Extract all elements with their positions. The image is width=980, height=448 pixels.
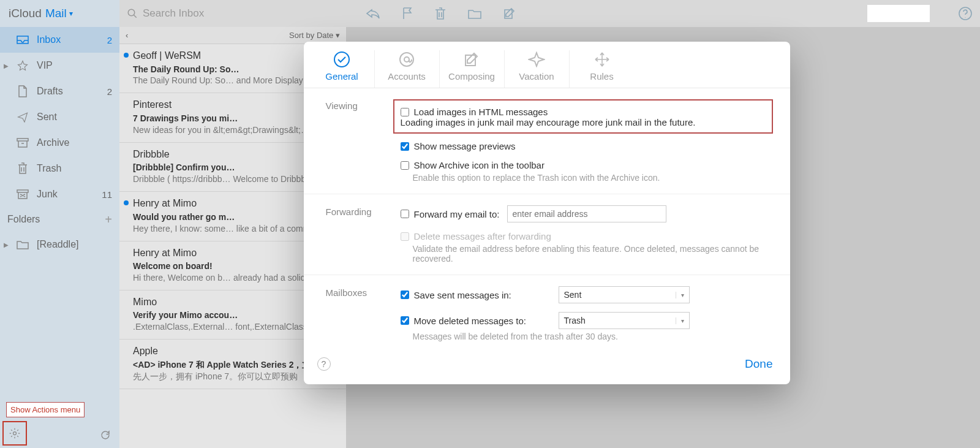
option-hint: Enable this option to replace the Trash … [413,173,773,183]
section-mailboxes: Mailboxes Save sent messages in: Sent▾ M… [304,275,790,352]
at-icon [375,50,439,69]
section-viewing: Viewing Load images in HTML messages Loa… [304,88,790,194]
option-label: Show message previews [414,141,516,151]
forward-email-input[interactable] [507,205,666,222]
select-trash-mailbox[interactable]: Trash▾ [559,312,690,329]
option-label: Load images in HTML messages [414,107,548,117]
help-icon[interactable]: ? [317,357,331,371]
checkbox-load-images[interactable] [401,108,409,116]
select-sent-mailbox[interactable]: Sent▾ [559,286,690,303]
modal-footer: ? Done [304,352,790,376]
tab-accounts[interactable]: Accounts [375,50,440,88]
option-hint: Messages will be deleted from the trash … [413,332,773,341]
preferences-modal-backdrop: General Accounts Composing Vacation Rule… [0,0,980,448]
checkbox-save-sent[interactable] [401,290,409,299]
option-label: Save sent messages in: [414,290,530,300]
checkbox-forward[interactable] [401,210,409,218]
check-circle-icon [310,50,374,69]
checkbox-move-deleted[interactable] [401,316,409,325]
chevron-down-icon: ▾ [676,292,684,298]
option-hint: Validate the email address before enabli… [413,244,773,264]
preferences-modal: General Accounts Composing Vacation Rule… [304,42,790,384]
compose-icon [440,50,504,69]
highlighted-option: Load images in HTML messages Loading ima… [393,99,773,134]
tab-composing[interactable]: Composing [440,50,505,88]
checkbox-delete-after-forward [401,232,409,241]
svg-point-5 [404,57,409,62]
checkbox-show-previews[interactable] [401,142,409,151]
tab-general[interactable]: General [310,50,375,88]
section-label: Mailboxes [326,286,401,341]
option-label: Move deleted messages to: [414,316,530,326]
section-forwarding: Forwarding Forward my email to: Delete m… [304,194,790,275]
svg-point-3 [334,52,349,67]
option-label: Show Archive icon in the toolbar [414,160,545,170]
tab-vacation[interactable]: Vacation [505,50,570,88]
option-label: Forward my email to: [414,209,500,219]
option-label: Delete messages after forwarding [414,231,551,241]
section-label: Forwarding [326,205,401,264]
tab-rules[interactable]: Rules [570,50,635,88]
section-label: Viewing [326,99,401,183]
checkbox-show-archive[interactable] [401,161,409,170]
option-hint: Loading images in junk mail may encourag… [401,117,766,127]
chevron-down-icon: ▾ [676,317,684,324]
done-button[interactable]: Done [745,357,772,371]
arrows-icon [570,50,635,69]
airplane-icon [505,50,569,69]
preferences-tabs: General Accounts Composing Vacation Rule… [304,42,790,88]
